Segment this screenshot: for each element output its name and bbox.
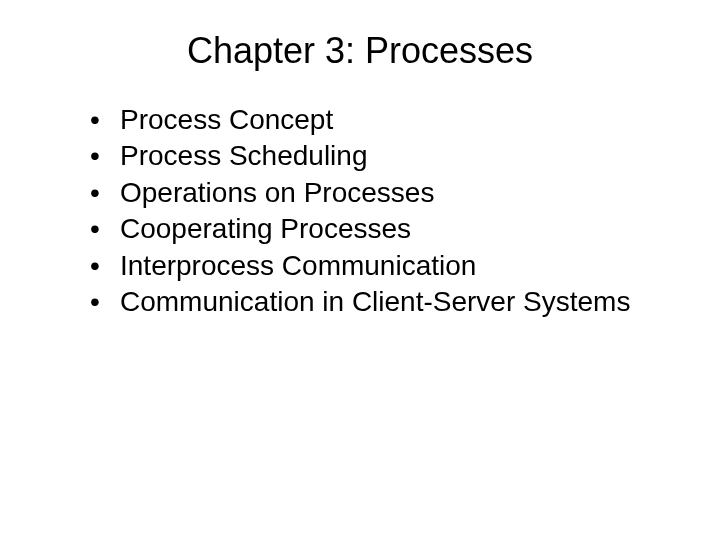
list-item: Operations on Processes [90,175,670,211]
page-title: Chapter 3: Processes [50,30,670,72]
list-item: Interprocess Communication [90,248,670,284]
list-item: Cooperating Processes [90,211,670,247]
list-item: Process Concept [90,102,670,138]
list-item: Process Scheduling [90,138,670,174]
bullet-list: Process Concept Process Scheduling Opera… [50,102,670,320]
list-item: Communication in Client-Server Systems [90,284,670,320]
